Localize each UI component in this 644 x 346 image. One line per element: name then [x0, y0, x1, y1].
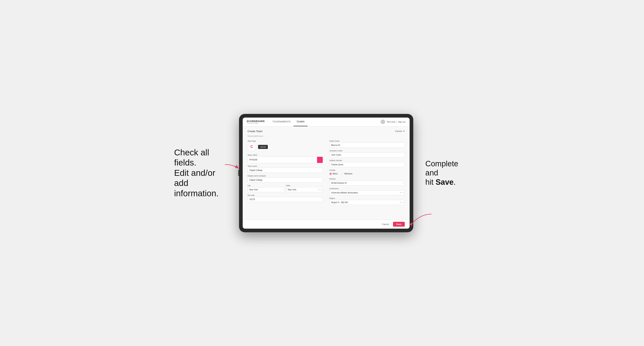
tab-teams[interactable]: TEAMS: [294, 118, 307, 127]
gender-womens-option[interactable]: Womens: [341, 173, 352, 175]
annotation-line3: information.: [174, 188, 218, 198]
display-name-input[interactable]: [248, 177, 323, 182]
athletic-director-label: Athletic Director: [330, 160, 405, 162]
form-footer: Cancel Save: [243, 219, 410, 229]
conference-group: Conference University Athletic Associati…: [330, 187, 405, 195]
logo-title: SCOREBOARD: [247, 120, 265, 122]
city-state-row: City State New York: [248, 184, 323, 192]
team-colour-group: Team colour: [248, 154, 323, 163]
state-label: State: [286, 184, 323, 186]
cancel-top-label: Cancel: [395, 130, 402, 132]
nav-tabs: TOURNAMENTS TEAMS: [270, 118, 381, 127]
annotation-line2: Edit and/or add: [174, 168, 215, 188]
city-group: City: [248, 184, 284, 192]
annotation-line1: Check all fields.: [174, 148, 209, 167]
assistant-coach-group: Assistant Coach: [330, 150, 405, 158]
division-arrow-icon: ▾: [402, 182, 404, 184]
cancel-button[interactable]: Cancel: [380, 222, 391, 227]
region-select-wrapper: Region II - (M) DIII ✕ ▾: [330, 200, 405, 205]
assistant-coach-input[interactable]: [330, 152, 405, 158]
team-name-group: Team name: [248, 165, 323, 173]
conference-label: Conference: [330, 187, 405, 189]
head-coach-group: Head Coach: [330, 140, 405, 148]
page-title: Create Team: [248, 130, 262, 133]
gender-group: Gender Mens Womens: [330, 169, 405, 176]
display-name-group: Display name (unique): [248, 175, 323, 182]
tablet-screen: SCOREBOARD Powered by clippd TOURNAMENTS…: [243, 118, 410, 229]
right-annotation-line3: .: [454, 178, 456, 186]
nav-logo: SCOREBOARD Powered by clippd: [247, 120, 265, 124]
conference-clear-icon[interactable]: ✕: [399, 192, 402, 194]
form-right: Head Coach Assistant Coach Athletic Dire…: [330, 140, 405, 205]
gender-womens-radio[interactable]: [341, 173, 343, 175]
state-group: State New York ✕ ▾: [286, 184, 323, 192]
save-button[interactable]: Save: [393, 222, 405, 227]
form-layout: Team logo C Upload Team colo: [248, 140, 405, 205]
left-annotation: Check all fields. Edit and/or add inform…: [174, 148, 227, 198]
city-label: City: [248, 184, 284, 186]
tab-tournaments[interactable]: TOURNAMENTS: [270, 118, 294, 127]
division-select-wrapper: NCAA Division III ▾: [330, 180, 405, 185]
division-group: Division NCAA Division III ▾: [330, 178, 405, 185]
nav-username: Test User |: [387, 121, 396, 123]
conference-select-wrapper: University Athletic Association ✕ ▾: [330, 190, 405, 195]
logo-section: C Upload: [248, 143, 323, 151]
close-icon: ✕: [403, 130, 405, 133]
state-select[interactable]: New York: [286, 187, 317, 192]
gender-label: Gender: [330, 169, 405, 171]
sign-out-link[interactable]: Sign out: [398, 121, 406, 123]
right-annotation-line1: Complete and: [426, 160, 458, 177]
team-logo-label: Team logo: [248, 140, 323, 142]
form-left: Team logo C Upload Team colo: [248, 140, 323, 205]
color-input[interactable]: [248, 158, 317, 162]
team-name-input[interactable]: [248, 168, 323, 173]
nav-bar: SCOREBOARD Powered by clippd TOURNAMENTS…: [243, 118, 410, 127]
head-coach-label: Head Coach: [330, 140, 405, 142]
right-annotation-line2: hit: [426, 178, 436, 186]
arrow-to-logo: [223, 163, 243, 174]
gender-mens-option[interactable]: Mens: [330, 173, 338, 175]
section-label: TEAM DETAILS: [248, 135, 405, 137]
main-content: Create Team Cancel ✕ TEAM DETAILS Team: [243, 127, 410, 219]
state-arrow-icon: ▾: [320, 189, 323, 191]
athletic-director-group: Athletic Director: [330, 160, 405, 167]
tablet-frame: SCOREBOARD Powered by clippd TOURNAMENTS…: [239, 114, 413, 232]
team-colour-label: Team colour: [248, 154, 323, 156]
nav-user-area: Test User | Sign out: [381, 120, 405, 124]
region-arrow-icon: ▾: [402, 201, 404, 203]
gender-radio-group: Mens Womens: [330, 172, 405, 176]
gender-mens-radio[interactable]: [330, 173, 332, 175]
upload-button[interactable]: Upload: [258, 145, 268, 149]
region-group: Region Region II - (M) DIII ✕ ▾: [330, 197, 405, 205]
avatar: [381, 120, 385, 124]
state-clear-icon[interactable]: ✕: [317, 188, 320, 191]
gender-womens-label: Womens: [344, 173, 352, 175]
head-coach-input[interactable]: [330, 143, 405, 148]
right-annotation-bold: Save: [436, 178, 454, 186]
city-input[interactable]: [248, 187, 284, 192]
display-name-label: Display name (unique): [248, 175, 323, 177]
athletic-director-input[interactable]: [330, 162, 405, 167]
conference-select[interactable]: University Athletic Association: [330, 190, 399, 195]
zip-group: Zip code: [248, 194, 323, 202]
zip-label: Zip code: [248, 194, 323, 196]
logo-circle: C: [248, 143, 256, 151]
arrow-to-save: [409, 212, 434, 226]
logo-letter: C: [250, 145, 253, 149]
region-select[interactable]: Region II - (M) DIII: [330, 200, 399, 205]
region-label: Region: [330, 197, 405, 199]
team-logo-group: Team logo C Upload: [248, 140, 323, 152]
team-name-label: Team name: [248, 165, 323, 167]
state-select-wrapper: New York ✕ ▾: [286, 187, 323, 192]
color-input-wrapper: [248, 157, 323, 163]
logo-sub: Powered by clippd: [247, 122, 265, 124]
cancel-top-button[interactable]: Cancel ✕: [395, 130, 404, 133]
cancel-bar: Create Team Cancel ✕: [248, 130, 405, 133]
assistant-coach-label: Assistant Coach: [330, 150, 405, 152]
region-clear-icon[interactable]: ✕: [399, 201, 402, 203]
conference-arrow-icon: ▾: [402, 192, 404, 194]
zip-input[interactable]: [248, 197, 323, 202]
color-swatch[interactable]: [317, 157, 323, 163]
division-label: Division: [330, 178, 405, 180]
division-select[interactable]: NCAA Division III: [330, 181, 402, 185]
